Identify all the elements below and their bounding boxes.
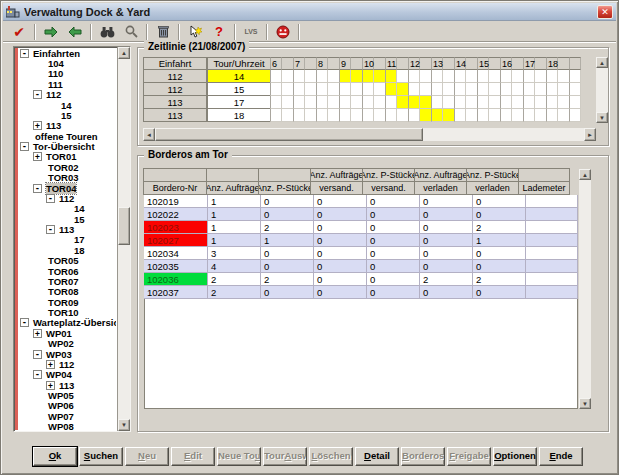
tree-item-tor09[interactable]: TOR09 [18,297,116,307]
tree-item-tor03[interactable]: TOR03 [18,173,116,183]
tree-item-wp08[interactable]: WP08 [18,422,116,431]
scroll-down-icon[interactable]: ▼ [596,112,608,123]
scroll-up-icon[interactable]: ▲ [118,47,130,59]
tree-item-111[interactable]: 111 [18,79,116,89]
timeline-vertical-scrollbar[interactable]: ▲ ▼ [596,57,609,123]
tree-item-18[interactable]: 18 [18,245,116,255]
borderos-row-102019[interactable]: 102019100000 [144,195,578,208]
timeline-row-tour-15[interactable]: 11215 [143,83,581,96]
timeline-row-tour-14[interactable]: 11214 [143,70,581,83]
timeline-row-tour-17[interactable]: 11317 [143,96,581,109]
collapse-icon[interactable]: - [20,49,29,58]
tree-item-wp01[interactable]: +WP01 [18,328,116,338]
timeline-row-tour-18[interactable]: 11318 [143,109,581,122]
tree-item-tor01[interactable]: +TOR01 [18,152,116,162]
confirm-icon[interactable]: ✔ [7,23,31,41]
neue-tour-button: Neue Tour [217,447,261,466]
close-icon[interactable]: ✕ [597,5,613,19]
timeline-empty-cell [293,109,305,122]
question-icon[interactable]: ? [207,23,231,41]
tree-item-14[interactable]: 14 [18,100,116,110]
tree-item-tor08[interactable]: TOR08 [18,287,116,297]
borderos-row-102023[interactable]: 102023120002 [144,221,578,234]
scroll-track[interactable] [579,180,591,398]
binoculars-icon[interactable] [95,23,119,41]
borderos-row-102036[interactable]: 102036220022 [144,273,578,286]
trash-icon[interactable] [151,23,175,41]
collapse-icon[interactable]: - [20,318,29,327]
scroll-up-icon[interactable]: ▲ [579,169,591,180]
scroll-thumb[interactable] [118,207,130,245]
tree-item-offene-touren[interactable]: offene Touren [18,131,116,141]
borderos-row-102027[interactable]: 102027110001 [144,234,578,247]
tree-item-wp02[interactable]: WP02 [18,339,116,349]
tree-item-14[interactable]: 14 [18,204,116,214]
scroll-track[interactable] [596,68,608,112]
scroll-track[interactable] [155,128,584,141]
stop-icon[interactable] [271,23,295,41]
collapse-icon[interactable]: - [33,350,42,359]
expand-icon[interactable]: + [33,152,42,161]
tree-item-113[interactable]: -113 [18,224,116,234]
tree-item-15[interactable]: 15 [18,110,116,120]
tree-item-tor06[interactable]: TOR06 [18,266,116,276]
borderos-vertical-scrollbar[interactable]: ▲ ▼ [579,169,592,409]
tree-item-wp07[interactable]: WP07 [18,411,116,421]
tree-item-wp03[interactable]: -WP03 [18,349,116,359]
tree-item-112[interactable]: +112 [18,359,116,369]
borderos-row-102022[interactable]: 102022100000 [144,208,578,221]
tree-item-17[interactable]: 17 [18,235,116,245]
collapse-icon[interactable]: - [20,142,29,151]
tree-item-einfahrten[interactable]: -Einfahrten [18,48,116,58]
ende-button[interactable]: Ende [539,447,583,466]
tree-item-tor02[interactable]: TOR02 [18,162,116,172]
tree-item-113[interactable]: +113 [18,380,116,390]
collapse-icon[interactable]: - [46,225,55,234]
collapse-icon[interactable]: - [33,184,42,193]
suchen-button[interactable]: Suchen [79,447,123,466]
borderos-row-102037[interactable]: 102037200000 [144,286,578,299]
tree-item-tor04[interactable]: -TOR04 [18,183,116,193]
tree-item-warteplatz-übersicht[interactable]: -Warteplatz-Übersicht [18,318,116,328]
scroll-thumb[interactable] [155,128,423,141]
tree-item-112[interactable]: -112 [18,193,116,203]
scroll-down-icon[interactable]: ▼ [118,419,130,431]
tree-item-104[interactable]: 104 [18,58,116,68]
context-help-icon[interactable] [183,23,207,41]
expand-icon[interactable]: + [46,360,55,369]
tree-vertical-scrollbar[interactable]: ▲ ▼ [117,47,130,431]
tree-item-tor-übersicht[interactable]: -Tor-Übersicht [18,141,116,151]
borderos-value-cell: 0 [473,247,526,260]
borderos-row-102035[interactable]: 102035400000 [144,260,578,273]
collapse-icon[interactable]: - [33,370,42,379]
collapse-icon[interactable]: - [46,194,55,203]
tree-item-15[interactable]: 15 [18,214,116,224]
detail-button[interactable]: Detail [355,447,399,466]
collapse-icon[interactable]: - [33,90,42,99]
tree-item-tor07[interactable]: TOR07 [18,276,116,286]
tree-item-110[interactable]: 110 [18,69,116,79]
tree-item-112[interactable]: -112 [18,90,116,100]
scroll-up-icon[interactable]: ▲ [596,57,608,68]
tree-item-tor05[interactable]: TOR05 [18,256,116,266]
expand-icon[interactable]: + [46,381,55,390]
ok-button[interactable]: Ok [33,447,77,466]
lvs-icon[interactable]: LVS [239,23,263,41]
scroll-right-icon[interactable]: ► [584,128,596,141]
expand-icon[interactable]: + [33,121,42,130]
tree-item-wp05[interactable]: WP05 [18,390,116,400]
arrow-left-icon[interactable] [63,23,87,41]
arrow-right-icon[interactable] [39,23,63,41]
expand-icon[interactable]: + [33,329,42,338]
borderos-row-102034[interactable]: 102034300000 [144,247,578,260]
magnifier-icon[interactable] [119,23,143,41]
timeline-horizontal-scrollbar[interactable]: ◄ ► [143,128,596,141]
scroll-down-icon[interactable]: ▼ [579,398,591,409]
tree-item-tor10[interactable]: TOR10 [18,307,116,317]
tree-item-wp06[interactable]: WP06 [18,401,116,411]
optionen-button[interactable]: Optionen [493,447,537,466]
tree-item-wp04[interactable]: -WP04 [18,370,116,380]
tree-item-label: 14 [61,100,72,111]
scroll-left-icon[interactable]: ◄ [143,128,155,141]
tree-item-113[interactable]: +113 [18,121,116,131]
